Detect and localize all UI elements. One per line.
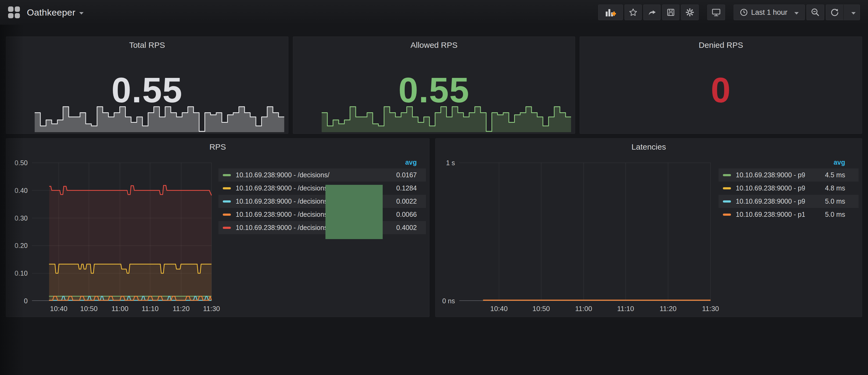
- series-color-swatch-icon[interactable]: [723, 200, 731, 202]
- x-tick-label: 10:50: [80, 305, 98, 313]
- clock-icon: [740, 8, 748, 17]
- x-tick-label: 11:10: [142, 305, 159, 313]
- rps-chart: [32, 163, 212, 301]
- x-tick-label: 11:00: [575, 305, 592, 313]
- panel-title[interactable]: RPS: [6, 143, 429, 152]
- x-tick-label: 10:40: [490, 305, 508, 313]
- top-row: Total RPS 0.55 Allowed RPS 0.55 Denied R…: [6, 36, 862, 134]
- cycle-view-mode-button[interactable]: [707, 5, 725, 20]
- y-tick-label: 0: [24, 297, 28, 305]
- y-tick-label: 0.30: [14, 214, 28, 222]
- panel-title[interactable]: Denied RPS: [580, 40, 862, 50]
- time-range-label: Last 1 hour: [751, 8, 787, 17]
- share-icon: [648, 8, 656, 17]
- green-overlay-artifact: [326, 185, 383, 239]
- legend-series-label[interactable]: 10.10.69.238:9000 - p90: [736, 171, 805, 179]
- gear-icon: [685, 8, 694, 17]
- series-color-swatch-icon[interactable]: [223, 200, 231, 202]
- legend-series-label[interactable]: 10.10.69.238:9000 - p99: [736, 197, 805, 205]
- panel-title[interactable]: Total RPS: [6, 40, 288, 50]
- dashboard-title-dropdown[interactable]: Oathkeeper: [27, 7, 84, 18]
- time-range-picker-button[interactable]: Last 1 hour: [734, 5, 805, 20]
- grafana-dashboard: { "header": { "logo_icon": "grid-icon", …: [0, 0, 868, 375]
- series-color-swatch-icon[interactable]: [723, 187, 731, 189]
- y-tick-label: 0.10: [14, 270, 28, 277]
- rps-plot-area[interactable]: 10:4010:5011:0011:1011:2011:300.500.400.…: [32, 163, 212, 301]
- panel-latencies-graph: Latencies 10:4010:5011:0011:1011:2011:30…: [435, 138, 862, 317]
- panel-title[interactable]: Latencies: [436, 143, 862, 152]
- x-tick-label: 11:10: [617, 305, 634, 313]
- legend-row[interactable]: 10.10.69.238:9000 - /decisions/0.0167: [218, 168, 426, 182]
- panel-total-rps: Total RPS 0.55: [6, 36, 288, 134]
- series-color-swatch-icon[interactable]: [223, 174, 231, 176]
- series-color-swatch-icon[interactable]: [223, 227, 231, 229]
- add-panel-button[interactable]: [598, 5, 623, 20]
- panel-allowed-rps: Allowed RPS 0.55: [293, 36, 575, 134]
- magnifier-minus-icon: [811, 8, 820, 17]
- dashboard-title: Oathkeeper: [27, 7, 75, 18]
- chevron-down-icon: [79, 12, 84, 14]
- refresh-interval-dropdown[interactable]: [843, 5, 860, 20]
- panel-denied-rps: Denied RPS 0: [580, 36, 862, 134]
- zoom-out-button[interactable]: [806, 5, 824, 20]
- x-tick-label: 11:30: [203, 305, 220, 313]
- sparkline-allowed-rps: [322, 100, 571, 132]
- series-color-swatch-icon[interactable]: [723, 214, 731, 216]
- refresh-icon: [830, 8, 839, 17]
- chevron-down-icon: [794, 12, 799, 14]
- legend-row[interactable]: 10.10.69.238:9000 - p904.5 ms: [719, 168, 859, 182]
- grafana-logo-grid-icon[interactable]: [8, 6, 20, 18]
- legend-header-avg[interactable]: avg: [218, 156, 426, 168]
- legend-series-label[interactable]: 10.10.69.238:9000 - p95: [736, 184, 805, 192]
- monitor-icon: [712, 8, 721, 17]
- legend-avg-value: 5.0 ms: [805, 211, 845, 218]
- legend-row[interactable]: 10.10.69.238:9000 - p995.0 ms: [719, 195, 859, 208]
- x-tick-label: 11:20: [659, 305, 676, 313]
- star-button[interactable]: [624, 5, 642, 20]
- x-tick-label: 10:50: [532, 305, 550, 313]
- stat-value-denied-rps: 0: [580, 72, 862, 108]
- bottom-row: RPS 10:4010:5011:0011:1011:2011:300.500.…: [6, 138, 862, 317]
- legend-avg-value: 5.0 ms: [805, 197, 845, 205]
- latencies-chart: [459, 163, 711, 301]
- save-button[interactable]: [662, 5, 679, 20]
- legend-series-label[interactable]: 10.10.69.238:9000 - /decisions/: [236, 171, 376, 179]
- y-tick-label: 0.40: [14, 186, 28, 194]
- rps-legend: avg 10.10.69.238:9000 - /decisions/0.016…: [218, 156, 426, 234]
- legend-avg-value: 4.8 ms: [805, 184, 845, 192]
- navbar: Oathkeeper: [0, 0, 868, 25]
- dashboard-grid: Total RPS 0.55 Allowed RPS 0.55 Denied R…: [0, 36, 868, 317]
- series-color-swatch-icon[interactable]: [223, 187, 231, 189]
- star-icon: [629, 8, 638, 17]
- latencies-plot-area[interactable]: 10:4010:5011:0011:1011:2011:301 s0 ns: [459, 163, 711, 301]
- panel-title[interactable]: Allowed RPS: [293, 40, 575, 50]
- bar-chart-plus-icon: [605, 8, 616, 17]
- legend-header-avg[interactable]: avg: [719, 156, 859, 168]
- x-tick-label: 11:30: [702, 305, 719, 313]
- share-button[interactable]: [643, 5, 660, 20]
- y-tick-label: 0.20: [14, 242, 28, 250]
- y-tick-label: 0 ns: [442, 297, 455, 305]
- toolbar: Last 1 hour: [597, 5, 860, 20]
- sparkline-total-rps: [35, 100, 284, 132]
- legend-row[interactable]: 10.10.69.238:9000 - /decisions/0.0066: [218, 208, 426, 221]
- x-tick-label: 11:20: [173, 305, 190, 313]
- series-color-swatch-icon[interactable]: [723, 174, 731, 176]
- series-color-swatch-icon[interactable]: [223, 214, 231, 216]
- refresh-button[interactable]: [826, 5, 843, 20]
- y-tick-label: 0.50: [14, 159, 28, 167]
- legend-series-label[interactable]: 10.10.69.238:9000 - p100: [736, 211, 805, 218]
- settings-button[interactable]: [681, 5, 699, 20]
- legend-avg-value: 4.5 ms: [805, 171, 845, 179]
- save-icon: [666, 8, 675, 17]
- latencies-legend: avg 10.10.69.238:9000 - p904.5 ms10.10.6…: [719, 156, 859, 221]
- legend-row[interactable]: 10.10.69.238:9000 - /decisions/0.1284: [218, 182, 426, 195]
- panel-rps-graph: RPS 10:4010:5011:0011:1011:2011:300.500.…: [6, 138, 429, 317]
- refresh-split-button: [826, 5, 860, 20]
- x-tick-label: 11:00: [112, 305, 128, 313]
- chevron-down-icon: [851, 12, 856, 14]
- legend-row[interactable]: 10.10.69.238:9000 - p954.8 ms: [719, 182, 859, 195]
- legend-row[interactable]: 10.10.69.238:9000 - /decisions/0.0022: [218, 195, 426, 208]
- legend-row[interactable]: 10.10.69.238:9000 - p1005.0 ms: [719, 208, 859, 221]
- legend-row[interactable]: 10.10.69.238:9000 - /decisions/0.4002: [218, 221, 426, 234]
